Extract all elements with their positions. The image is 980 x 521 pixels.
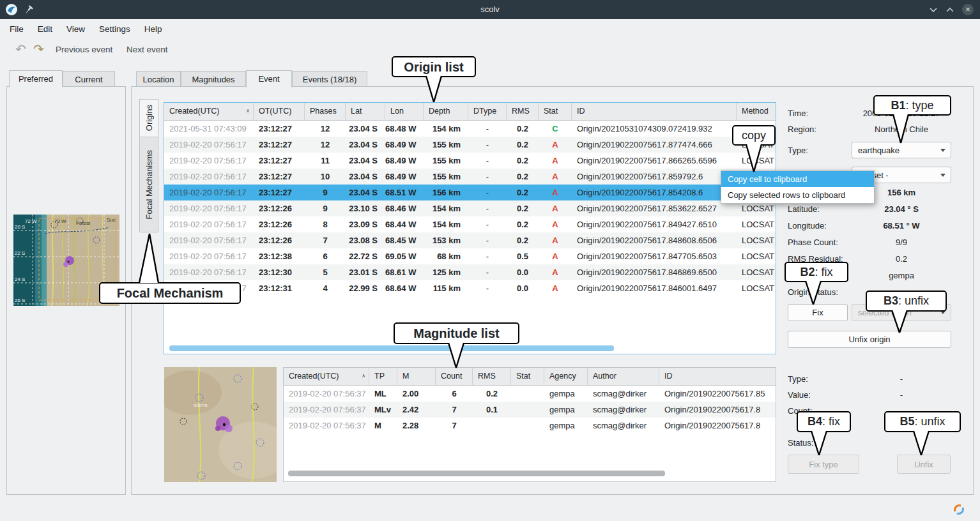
redo-arrow-icon[interactable]: ↷ [33, 42, 44, 57]
origin-row[interactable]: 2019-02-20 07:56:1723:12:38622.72 S69.05… [164, 248, 776, 264]
magnitude-column-m[interactable]: M [397, 368, 436, 385]
origin-cell-ot: 23:12:27 [254, 121, 305, 137]
origin-row[interactable]: 2019-02-20 07:56:1723:12:26923.10 S68.46… [164, 200, 776, 216]
origin-column-rms[interactable]: RMS [507, 103, 539, 120]
station-map[interactable]: alama [164, 367, 277, 482]
magnitude-column-rms[interactable]: RMS [473, 368, 511, 385]
menu-help[interactable]: Help [137, 19, 169, 40]
chevron-down-icon [940, 149, 946, 152]
main-tab-events-18-18[interactable]: Events (18/18) [292, 71, 367, 87]
magnitude-table-body: 2019-02-20 07:56:37ML2.0060.2gempascmag@… [284, 386, 776, 434]
context-menu-item-copy-cell-to-clipboard[interactable]: Copy cell to clipboard [721, 171, 874, 187]
origin-cell-ot: 23:12:26 [254, 200, 305, 216]
vertical-tab-origins[interactable]: Origins [139, 99, 158, 137]
origin-column-id[interactable]: ID [572, 103, 737, 120]
magnitude-row[interactable]: 2019-02-20 07:56:37ML2.0060.2gempascmag@… [284, 386, 776, 402]
origin-column-dtype[interactable]: DType [468, 103, 507, 120]
vertical-tab-focal-mechanisms[interactable]: Focal Mechanisms [139, 137, 158, 232]
origin-column-stat[interactable]: Stat [539, 103, 572, 120]
origin-column-depth[interactable]: Depth [424, 103, 468, 120]
origin-column-created-utc[interactable]: Created(UTC)∧ [164, 103, 254, 120]
shade-button-icon[interactable] [929, 7, 938, 13]
menu-settings[interactable]: Settings [92, 19, 137, 40]
origin-table-hscrollbar[interactable] [169, 345, 770, 351]
titlebar[interactable]: scolv × [0, 0, 980, 19]
callout-pointer [424, 75, 443, 103]
maximize-button-icon[interactable] [946, 7, 954, 13]
undo-arrow-icon[interactable]: ↶ [15, 42, 26, 57]
menu-file[interactable]: File [3, 19, 31, 40]
magnitude-row[interactable]: 2019-02-20 07:56:37M2.287gempascmag@dirk… [284, 418, 776, 434]
magnitude-column-author[interactable]: Author [588, 368, 659, 385]
origin-column-ot-utc[interactable]: OT(UTC) [254, 103, 305, 120]
origin-column-lat[interactable]: Lat [346, 103, 385, 120]
origin-cell-method: LOCSAT [737, 248, 776, 264]
origin-phase-count-value: 9/9 [852, 238, 951, 247]
origin-column-method[interactable]: Method [737, 103, 776, 120]
magnitude-value-value: - [852, 390, 951, 400]
unfix-origin-button[interactable]: Unfix origin [788, 331, 951, 348]
origin-cell-method: LOCSAT [737, 232, 776, 248]
fix-magnitude-type-button[interactable]: Fix type [788, 455, 859, 474]
magnitude-table-hscrollbar[interactable] [288, 471, 771, 476]
main-tab-event[interactable]: Event [246, 70, 292, 87]
origin-list-table: Created(UTC)∧OT(UTC)PhasesLatLonDepthDTy… [164, 102, 776, 354]
previous-event-button[interactable]: Previous event [56, 45, 112, 54]
origin-cell-lat: 23.04 S [346, 153, 385, 169]
next-event-button[interactable]: Next event [126, 45, 168, 54]
origin-cell-depth: 154 km [424, 200, 468, 216]
magnitude-table-hscrollbar-thumb[interactable] [288, 471, 665, 476]
origin-row[interactable]: 2019-02-20 07:56:1723:12:27923.04 S68.51… [164, 185, 776, 200]
origin-cell-rms: 0.2 [507, 216, 539, 232]
menu-view[interactable]: View [59, 19, 92, 40]
origin-row[interactable]: 2019-02-20 07:56:1723:12:271023.04 S68.4… [164, 169, 776, 185]
context-menu-item-copy-selected-rows-to-clipboard[interactable]: Copy selected rows to clipboard [721, 187, 874, 203]
magnitude-column-agency[interactable]: Agency [544, 368, 588, 385]
origin-cell-stat: A [539, 232, 572, 248]
origin-column-phases[interactable]: Phases [305, 103, 346, 120]
origin-row[interactable]: 2019-02-20 07:56:1723:12:271223.04 S68.4… [164, 137, 776, 153]
magnitude-column-count[interactable]: Count [436, 368, 473, 385]
magnitude-cell-created: 2019-02-20 07:56:37 [284, 402, 369, 418]
origin-row[interactable]: 2019-02-20 07:56:1723:12:26723.08 S68.45… [164, 232, 776, 248]
origin-row[interactable]: 2019-02-20 07:56:1723:12:271123.04 S68.4… [164, 153, 776, 169]
origin-cell-lon: 69.05 W [385, 248, 424, 264]
magnitude-column-created-utc[interactable]: Created(UTC)∧ [284, 368, 369, 385]
sidebar-tab-current[interactable]: Current [63, 71, 115, 87]
origin-cell-id: Origin/20190220075617.853622.6527 [572, 200, 737, 216]
magnitude-column-tp[interactable]: TP [369, 368, 397, 385]
magnitude-column-id[interactable]: ID [659, 368, 776, 385]
context-menu: Copy cell to clipboardCopy selected rows… [721, 170, 875, 204]
origin-column-lon[interactable]: Lon [385, 103, 424, 120]
main-tab-location[interactable]: Location [136, 71, 181, 87]
origin-cell-id: Origin/20190220075617.848608.6506 [572, 232, 737, 248]
origin-row[interactable]: 2021-05-31 07:43:0923:12:271223.04 S68.4… [164, 121, 776, 137]
origin-row[interactable]: 2019-02-20 07:56:1723:12:30523.01 S68.61… [164, 264, 776, 280]
origin-cell-ot: 23:12:26 [254, 216, 305, 232]
origin-cell-phases: 12 [305, 137, 346, 153]
close-button[interactable]: × [962, 4, 974, 15]
magnitude-cell-id: Origin/20190220075617.85 [659, 386, 776, 402]
magnitude-row[interactable]: 2019-02-20 07:56:37MLv2.4270.1gempascmag… [284, 402, 776, 418]
magnitude-column-stat[interactable]: Stat [511, 368, 544, 385]
origin-table-hscrollbar-thumb[interactable] [169, 345, 614, 351]
origin-cell-depth: 155 km [424, 169, 468, 185]
origin-table-body: 2021-05-31 07:43:0923:12:271223.04 S68.4… [164, 121, 776, 296]
menu-edit[interactable]: Edit [31, 19, 59, 40]
origin-cell-id: Origin/20190220075617.849427.6510 [572, 216, 737, 232]
callout-b1-type: B1: type [873, 95, 951, 116]
sidebar-tab-preferred[interactable]: Preferred [9, 70, 63, 87]
origin-row[interactable]: 2019-02-20 07:56:1723:12:26823.09 S68.44… [164, 216, 776, 232]
origin-cell-lat: 22.99 S [346, 280, 385, 296]
callout-b3-unfix: B3: unfix [866, 291, 947, 312]
origin-cell-dtype: - [468, 200, 507, 216]
main-tab-magnitudes[interactable]: Magnitudes [181, 71, 246, 87]
origin-cell-ot: 23:12:27 [254, 185, 305, 200]
map-label: 72 W [25, 218, 37, 224]
origin-cell-lat: 23.09 S [346, 216, 385, 232]
origin-row[interactable]: 2019-02-20 07:56:1723:12:31422.99 S68.64… [164, 280, 776, 296]
fix-origin-button[interactable]: Fix [788, 304, 848, 321]
unfix-magnitude-button[interactable]: Unfix [897, 455, 951, 474]
origin-cell-id: Origin/20190220075617.846869.6500 [572, 264, 737, 280]
origin-cell-rms: 0.2 [507, 185, 539, 200]
